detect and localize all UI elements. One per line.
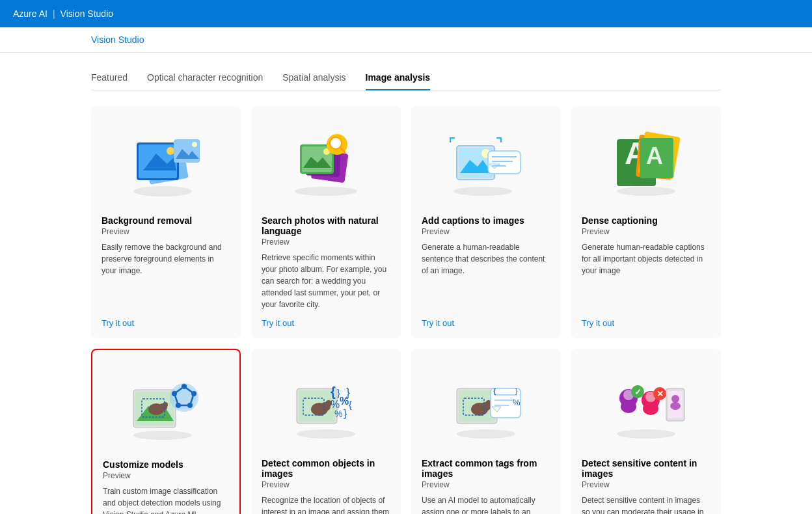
card-icon-search-photos xyxy=(262,116,390,208)
svg-point-52 xyxy=(297,429,355,439)
svg-point-67 xyxy=(457,429,515,439)
card-icon-bg-removal xyxy=(102,116,230,208)
svg-point-9 xyxy=(295,187,357,196)
card-bg-removal-title: Background removal xyxy=(102,215,230,226)
tab-image-analysis[interactable]: Image analysis xyxy=(366,66,431,90)
svg-text:}: } xyxy=(344,408,347,419)
card-dense-captioning-title: Dense captioning xyxy=(582,215,710,226)
svg-point-51 xyxy=(172,391,177,396)
svg-point-47 xyxy=(182,384,187,389)
dense-captioning-icon: A A xyxy=(604,126,688,198)
detect-sensitive-icon: ✓ ✕ xyxy=(604,369,688,440)
svg-text:✕: ✕ xyxy=(656,389,664,399)
card-search-photos-link[interactable]: Try it out xyxy=(262,318,390,328)
card-icon-extract-tags: { } % xyxy=(422,359,550,450)
svg-text:%: % xyxy=(334,409,342,419)
card-add-captions: Add captions to images Preview Generate … xyxy=(411,106,561,338)
bg-removal-icon xyxy=(127,126,205,198)
card-dense-captioning-desc: Generate human-readable captions for all… xyxy=(582,241,710,310)
card-bg-removal: Background removal Preview Easily remove… xyxy=(91,106,241,338)
svg-text:{: { xyxy=(331,385,336,399)
card-extract-tags: { } % Extract common tags from images Pr… xyxy=(411,349,561,514)
card-icon-add-captions xyxy=(422,116,550,208)
svg-text:{: { xyxy=(349,399,352,410)
card-customize-models-desc: Train custom image classification and ob… xyxy=(103,485,229,514)
svg-text:A: A xyxy=(646,142,663,169)
svg-point-0 xyxy=(133,186,192,196)
card-icon-detect-sensitive: ✓ ✕ xyxy=(582,359,710,450)
card-bg-removal-desc: Easily remove the background and preserv… xyxy=(102,241,230,310)
tab-featured[interactable]: Featured xyxy=(91,66,128,90)
svg-text:}: } xyxy=(346,386,350,399)
svg-text:%: % xyxy=(513,398,521,407)
card-detect-sensitive: ✓ ✕ Detect sensitive content in images P… xyxy=(571,349,721,514)
svg-point-82 xyxy=(617,429,675,439)
card-bg-removal-badge: Preview xyxy=(102,227,230,236)
svg-point-88 xyxy=(643,402,658,415)
svg-rect-24 xyxy=(488,151,521,174)
card-search-photos-badge: Preview xyxy=(262,237,390,247)
separator: | xyxy=(53,8,55,19)
detect-objects-icon: { } % } % { % } xyxy=(284,369,368,440)
svg-point-19 xyxy=(453,187,512,196)
svg-point-36 xyxy=(133,431,192,440)
tab-spatial[interactable]: Spatial analysis xyxy=(282,66,345,90)
card-detect-sensitive-title: Detect sensitive content in images xyxy=(582,458,710,479)
svg-point-96 xyxy=(670,402,681,410)
card-search-photos-desc: Retrieve specific moments within your ph… xyxy=(262,252,390,310)
customize-models-icon xyxy=(124,370,208,442)
card-detect-objects-desc: Recognize the location of objects of int… xyxy=(262,494,390,514)
main-content: Featured Optical character recognition S… xyxy=(0,53,812,514)
svg-text:}: } xyxy=(515,387,518,395)
card-extract-tags-badge: Preview xyxy=(422,480,550,489)
svg-text:{: { xyxy=(493,387,496,395)
card-extract-tags-title: Extract common tags from images xyxy=(422,458,550,479)
svg-point-49 xyxy=(187,403,193,408)
top-bar: Azure AI | Vision Studio xyxy=(0,0,812,27)
brand-label: Azure AI xyxy=(13,8,47,19)
card-detect-sensitive-badge: Preview xyxy=(582,480,710,489)
vision-studio-link[interactable]: Vision Studio xyxy=(91,34,144,45)
card-search-photos-title: Search photos with natural language xyxy=(262,215,390,236)
svg-point-8 xyxy=(192,142,197,147)
card-detect-objects: { } % } % { % } Detect common objects in… xyxy=(251,349,401,514)
card-add-captions-desc: Generate a human-readable sentence that … xyxy=(422,241,550,310)
search-photos-icon xyxy=(284,126,368,198)
app-label: Vision Studio xyxy=(61,8,113,19)
card-icon-customize-models xyxy=(103,360,229,452)
tabs-bar: Featured Optical character recognition S… xyxy=(91,66,721,90)
card-icon-dense-captioning: A A xyxy=(582,116,710,208)
svg-point-42 xyxy=(163,402,168,407)
extract-tags-icon: { } % xyxy=(444,369,528,440)
tab-ocr[interactable]: Optical character recognition xyxy=(147,66,263,90)
card-add-captions-title: Add captions to images xyxy=(422,215,550,226)
card-extract-tags-desc: Use an AI model to automatically assign … xyxy=(422,494,550,514)
card-add-captions-link[interactable]: Try it out xyxy=(422,318,550,328)
card-search-photos: Search photos with natural language Prev… xyxy=(251,106,401,338)
svg-point-29 xyxy=(617,187,675,196)
svg-point-5 xyxy=(167,147,174,155)
svg-point-85 xyxy=(621,400,636,413)
cards-grid: Background removal Preview Easily remove… xyxy=(91,106,721,514)
card-dense-captioning-link[interactable]: Try it out xyxy=(582,318,710,328)
card-customize-models-title: Customize models xyxy=(103,459,229,470)
card-bg-removal-link[interactable]: Try it out xyxy=(102,318,230,328)
svg-text:✓: ✓ xyxy=(634,387,642,397)
card-dense-captioning: A A Dense captioning Preview Generate hu… xyxy=(571,106,721,338)
card-customize-models: Customize models Preview Train custom im… xyxy=(91,349,241,514)
svg-point-95 xyxy=(671,395,679,403)
card-icon-detect-objects: { } % } % { % } xyxy=(262,359,390,450)
svg-point-48 xyxy=(191,391,196,396)
sub-header: Vision Studio xyxy=(0,27,812,53)
add-captions-icon xyxy=(444,126,528,198)
card-detect-objects-badge: Preview xyxy=(262,480,390,489)
card-customize-models-badge: Preview xyxy=(103,471,229,480)
card-dense-captioning-badge: Preview xyxy=(582,227,710,236)
card-add-captions-badge: Preview xyxy=(422,227,550,236)
card-detect-sensitive-desc: Detect sensitive content in images so yo… xyxy=(582,494,710,514)
svg-point-50 xyxy=(176,403,181,408)
card-detect-objects-title: Detect common objects in images xyxy=(262,458,390,479)
